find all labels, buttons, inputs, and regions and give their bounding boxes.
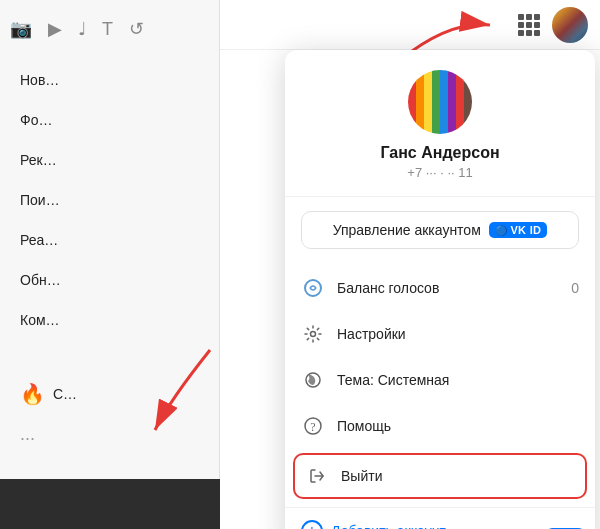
sidebar-menu: Нов… Фо… Рек… Пои… Реа… Обн… Ком… [0, 60, 220, 340]
sidebar: 📷 ▶ ♩ T ↺ Нов… Фо… Рек… Пои… Реа… Обн… К… [0, 0, 220, 529]
balance-item[interactable]: Баланс голосов 0 [285, 265, 595, 311]
refresh-icon[interactable]: ↺ [129, 18, 144, 40]
vk-icon: 🔵 [495, 225, 507, 236]
add-account-footer[interactable]: + Добавить аккаунт New [285, 507, 595, 529]
toolbar: 📷 ▶ ♩ T ↺ [10, 18, 144, 40]
help-item[interactable]: ? Помощь [285, 403, 595, 449]
grid-dot [534, 14, 540, 20]
user-dropdown: Ганс Андерсон +7 ··· · ·· 11 Управление … [285, 50, 595, 529]
sidebar-item-kom[interactable]: Ком… [0, 300, 220, 340]
dropdown-avatar [408, 70, 472, 134]
music-icon[interactable]: ♩ [78, 18, 86, 40]
fire-icon: 🔥 [20, 382, 45, 406]
user-name: Ганс Андерсон [380, 144, 499, 162]
main-area: Ганс Андерсон +7 ··· · ·· 11 Управление … [220, 0, 600, 529]
svg-point-0 [305, 280, 321, 296]
help-icon: ? [301, 414, 325, 438]
grid-dot [526, 14, 532, 20]
sidebar-item-rek[interactable]: Рек… [0, 140, 220, 180]
vk-id-badge: 🔵 VK ID [489, 222, 548, 238]
grid-dot [534, 22, 540, 28]
sidebar-item-poi[interactable]: Пои… [0, 180, 220, 220]
manage-account-button[interactable]: Управление аккаунтом 🔵 VK ID [301, 211, 579, 249]
balance-label: Баланс голосов [337, 280, 579, 296]
grid-dot [518, 30, 524, 36]
sidebar-item-obn[interactable]: Обн… [0, 260, 220, 300]
grid-dot [518, 22, 524, 28]
sidebar-item-fo[interactable]: Фо… [0, 100, 220, 140]
dropdown-items: Баланс голосов 0 Настройки [285, 261, 595, 507]
settings-item[interactable]: Настройки [285, 311, 595, 357]
dark-bottom-bar [0, 479, 220, 529]
theme-label: Тема: Системная [337, 372, 579, 388]
settings-icon [301, 322, 325, 346]
grid-icon[interactable] [518, 14, 540, 36]
dropdown-header: Ганс Андерсон +7 ··· · ·· 11 [285, 50, 595, 197]
settings-label: Настройки [337, 326, 579, 342]
help-label: Помощь [337, 418, 579, 434]
sidebar-item-new[interactable]: Нов… [0, 60, 220, 100]
grid-dot [518, 14, 524, 20]
logout-icon [305, 464, 329, 488]
fire-item-label: С… [53, 386, 77, 402]
svg-point-1 [311, 332, 316, 337]
theme-item[interactable]: Тема: Системная [285, 357, 595, 403]
sidebar-item-rea[interactable]: Реа… [0, 220, 220, 260]
grid-dot [534, 30, 540, 36]
camera-icon[interactable]: 📷 [10, 18, 32, 40]
fire-menu-item[interactable]: 🔥 С… [0, 370, 220, 418]
balance-icon [301, 276, 325, 300]
grid-dot [526, 22, 532, 28]
grid-dot [526, 30, 532, 36]
add-account-label: Добавить аккаунт [331, 523, 446, 529]
user-avatar[interactable] [552, 7, 588, 43]
logout-item[interactable]: Выйти [293, 453, 587, 499]
play-icon[interactable]: ▶ [48, 18, 62, 40]
more-dots[interactable]: ··· [0, 418, 220, 459]
add-account-icon: + [301, 520, 323, 529]
top-right-bar [220, 0, 600, 50]
user-phone: +7 ··· · ·· 11 [407, 165, 472, 180]
theme-icon [301, 368, 325, 392]
logout-label: Выйти [341, 468, 575, 484]
text-icon[interactable]: T [102, 19, 113, 40]
balance-value: 0 [571, 280, 579, 296]
manage-account-label: Управление аккаунтом [333, 222, 481, 238]
svg-text:?: ? [310, 420, 315, 434]
